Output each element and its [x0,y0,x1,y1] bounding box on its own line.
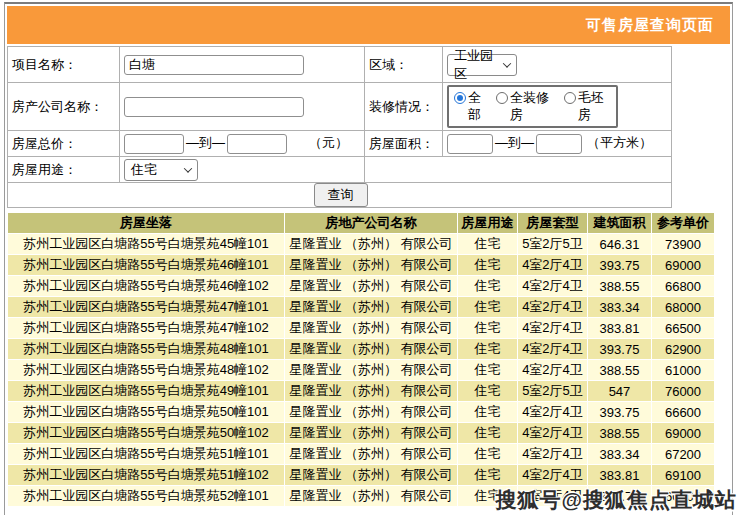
table-cell: 住宅 [458,297,518,318]
table-cell: 61000 [652,360,715,381]
table-cell: 4室2厅4卫 [518,360,588,381]
area-range-separator: —到— [495,135,534,150]
results-table: 房屋坐落房地产公司名称房屋用途房屋套型建筑面积参考单价 苏州工业园区白塘路55号… [7,212,715,507]
table-cell: 69000 [652,255,715,276]
decoration-option-2[interactable]: 全装修房 [496,90,551,124]
company-name-input[interactable] [124,97,304,117]
area-from-input[interactable] [447,134,493,154]
table-cell: 星隆置业 （苏州） 有限公司 [285,423,458,444]
company-name-label: 房产公司名称： [8,83,120,131]
table-cell: 星隆置业 （苏州） 有限公司 [285,360,458,381]
column-header: 建筑面积 [588,213,652,234]
project-name-input[interactable] [124,55,304,75]
decoration-option-1[interactable]: 全部 [454,90,483,124]
chevron-down-icon [184,164,192,172]
table-cell: 住宅 [458,276,518,297]
page-header: 可售房屋查询页面 [7,6,730,44]
table-cell: 69000 [652,423,715,444]
table-cell: 73900 [652,234,715,255]
table-cell: 住宅 [458,423,518,444]
table-cell: 5室2厅5卫 [518,234,588,255]
table-cell: 4室2厅4卫 [518,444,588,465]
usage-select[interactable]: 住宅 [124,159,198,181]
price-range-separator: —到— [186,135,225,150]
table-cell: 住宅 [458,318,518,339]
table-cell: 76000 [652,381,715,402]
column-header: 房地产公司名称 [285,213,458,234]
search-button[interactable]: 查询 [314,183,368,207]
radio-icon[interactable] [564,92,576,104]
table-cell: 住宅 [458,402,518,423]
table-cell: 星隆置业 （苏州） 有限公司 [285,255,458,276]
table-cell: 66500 [652,318,715,339]
table-cell: 393.75 [588,255,652,276]
table-cell: 星隆置业 （苏州） 有限公司 [285,444,458,465]
table-cell: 646.31 [588,234,652,255]
table-cell: 4室2厅4卫 [518,339,588,360]
table-cell: 住宅 [458,360,518,381]
table-cell: 星隆置业 （苏州） 有限公司 [285,402,458,423]
price-to-input[interactable] [227,134,287,154]
table-cell: 住宅 [458,234,518,255]
query-form: 项目名称： 区域： 工业园区 房产公司名称： 装修情况： 全部全装修房毛坯房 [7,46,672,208]
watermark: 搜狐号@搜狐焦点直城站 [496,486,737,514]
region-select-value: 工业园区 [454,47,498,83]
table-cell: 4室2厅4卫 [518,297,588,318]
table-row: 苏州工业园区白塘路55号白塘景苑51幢101星隆置业 （苏州） 有限公司住宅4室… [8,444,715,465]
region-select[interactable]: 工业园区 [447,54,517,76]
table-cell: 69100 [652,465,715,486]
table-row: 苏州工业园区白塘路55号白塘景苑51幢102星隆置业 （苏州） 有限公司住宅4室… [8,465,715,486]
table-row: 苏州工业园区白塘路55号白塘景苑46幢102星隆置业 （苏州） 有限公司住宅4室… [8,276,715,297]
page-frame: 可售房屋查询页面 项目名称： 区域： 工业园区 房产公司名称： 装修情况： [4,2,733,515]
project-name-label: 项目名称： [8,47,120,83]
table-row: 苏州工业园区白塘路55号白塘景苑47幢101星隆置业 （苏州） 有限公司住宅4室… [8,297,715,318]
table-cell: 住宅 [458,339,518,360]
region-label: 区域： [365,47,443,83]
table-cell: 苏州工业园区白塘路55号白塘景苑50幢102 [8,423,285,444]
area-to-input[interactable] [536,134,582,154]
table-cell: 苏州工业园区白塘路55号白塘景苑51幢101 [8,444,285,465]
radio-option-label: 全部 [468,90,483,124]
house-area-label: 房屋面积： [365,131,443,157]
results-header-row: 房屋坐落房地产公司名称房屋用途房屋套型建筑面积参考单价 [8,213,715,234]
table-cell: 68000 [652,297,715,318]
radio-icon[interactable] [496,92,508,104]
price-from-input[interactable] [124,134,184,154]
table-cell: 苏州工业园区白塘路55号白塘景苑47幢102 [8,318,285,339]
table-cell: 苏州工业园区白塘路55号白塘景苑46幢101 [8,255,285,276]
area-unit-label: （平方米） [587,135,652,150]
table-cell: 星隆置业 （苏州） 有限公司 [285,276,458,297]
table-cell: 383.34 [588,444,652,465]
radio-selected-icon[interactable] [454,92,466,104]
table-cell: 4室2厅4卫 [518,255,588,276]
table-cell: 388.55 [588,360,652,381]
table-cell: 星隆置业 （苏州） 有限公司 [285,318,458,339]
table-cell: 星隆置业 （苏州） 有限公司 [285,465,458,486]
radio-option-label: 毛坯房 [578,90,606,124]
table-cell: 66800 [652,276,715,297]
decoration-option-3[interactable]: 毛坯房 [564,90,606,124]
table-cell: 苏州工业园区白塘路55号白塘景苑52幢101 [8,486,285,507]
table-cell: 星隆置业 （苏州） 有限公司 [285,297,458,318]
column-header: 房屋套型 [518,213,588,234]
table-cell: 星隆置业 （苏州） 有限公司 [285,339,458,360]
usage-label: 房屋用途： [8,157,120,183]
table-cell: 4室2厅4卫 [518,318,588,339]
table-cell: 5室2厅5卫 [518,381,588,402]
table-cell: 383.34 [588,297,652,318]
table-cell: 4室2厅4卫 [518,402,588,423]
column-header: 参考单价 [652,213,715,234]
table-cell: 苏州工业园区白塘路55号白塘景苑47幢101 [8,297,285,318]
page-title: 可售房屋查询页面 [586,16,714,35]
table-cell: 383.81 [588,318,652,339]
table-cell: 苏州工业园区白塘路55号白塘景苑50幢101 [8,402,285,423]
table-row: 苏州工业园区白塘路55号白塘景苑47幢102星隆置业 （苏州） 有限公司住宅4室… [8,318,715,339]
chevron-down-icon [503,59,511,67]
table-cell: 星隆置业 （苏州） 有限公司 [285,486,458,507]
table-cell: 苏州工业园区白塘路55号白塘景苑49幢101 [8,381,285,402]
table-row: 苏州工业园区白塘路55号白塘景苑50幢101星隆置业 （苏州） 有限公司住宅4室… [8,402,715,423]
results-body: 苏州工业园区白塘路55号白塘景苑45幢101星隆置业 （苏州） 有限公司住宅5室… [8,234,715,507]
table-cell: 383.81 [588,465,652,486]
price-unit-label: （元） [309,135,348,150]
table-row: 苏州工业园区白塘路55号白塘景苑49幢101星隆置业 （苏州） 有限公司住宅5室… [8,381,715,402]
